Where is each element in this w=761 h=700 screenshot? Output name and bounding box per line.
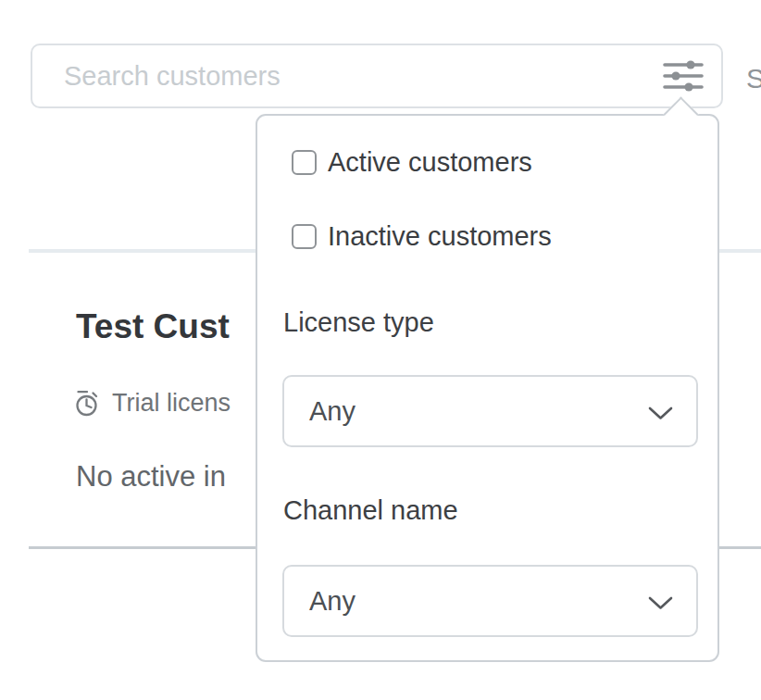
edge-truncated-text[interactable]: S [746, 63, 761, 94]
customer-name: Test Cust [76, 307, 230, 346]
license-type-select[interactable]: Any [282, 375, 698, 447]
select-value: Any [284, 586, 356, 617]
chevron-down-icon [648, 406, 673, 424]
channel-name-select[interactable]: Any [282, 565, 698, 637]
sliders-icon [662, 57, 705, 94]
search-bar [31, 44, 723, 108]
timer-clock-icon [74, 389, 100, 418]
license-type-label: License type [283, 307, 434, 338]
chevron-down-icon [648, 596, 673, 614]
license-row: Trial licens [74, 389, 231, 418]
channel-name-label: Channel name [283, 495, 458, 526]
customer-status-text: No active in [76, 460, 226, 494]
checkbox-label: Inactive customers [328, 221, 552, 252]
filter-popover: Active customers Inactive customers Lice… [256, 114, 719, 662]
inactive-customers-option[interactable]: Inactive customers [292, 221, 552, 252]
select-value: Any [284, 396, 356, 427]
filter-button[interactable] [653, 48, 714, 104]
inactive-customers-checkbox[interactable] [292, 224, 317, 249]
active-customers-option[interactable]: Active customers [292, 147, 532, 178]
active-customers-checkbox[interactable] [292, 150, 317, 175]
checkbox-label: Active customers [328, 147, 532, 178]
license-type-text: Trial licens [112, 389, 231, 418]
search-input[interactable] [32, 45, 653, 106]
